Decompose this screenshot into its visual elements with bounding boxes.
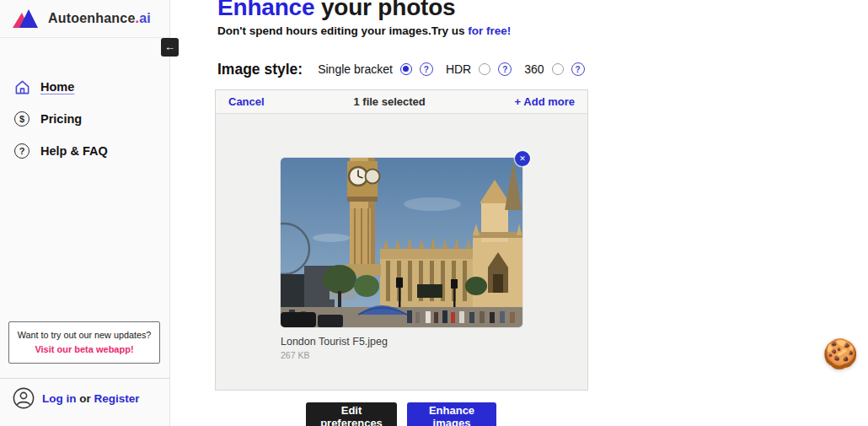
option-360: 360 ? (524, 62, 584, 76)
sidebar-item-label: Pricing (40, 112, 82, 126)
beta-notice-box: Want to try out our new updates? Visit o… (8, 321, 160, 364)
page-subtitle: Don't spend hours editing your images.Tr… (217, 24, 511, 37)
sidebar-item-label: Help & FAQ (40, 144, 108, 158)
add-more-button[interactable]: + Add more (515, 95, 575, 108)
photo-thumbnail-image (281, 158, 522, 327)
dollar-circle-icon: $ (13, 111, 30, 127)
notice-text: Want to try out our new updates? (16, 330, 153, 340)
360-radio[interactable] (552, 63, 564, 75)
photo-thumbnail: ✕ (281, 158, 522, 327)
file-panel-header: Cancel 1 file selected + Add more (216, 90, 587, 114)
file-name: London Tourist F5.jpeg (281, 336, 522, 348)
user-icon (13, 387, 35, 409)
logo-text: Autoenhance.ai (48, 11, 151, 26)
autoenhance-logo-icon (11, 8, 41, 30)
question-circle-icon: ? (13, 143, 30, 159)
left-arrow-icon: ← (164, 40, 175, 53)
home-icon (13, 78, 30, 95)
main-content: Enhance your photos Don't spend hours ed… (171, 0, 868, 426)
360-help-icon[interactable]: ? (571, 62, 585, 76)
image-style-label: Image style: (217, 61, 303, 78)
single-bracket-radio[interactable] (400, 63, 412, 75)
beta-webapp-link[interactable]: Visit our beta webapp! (16, 344, 153, 354)
sidebar-nav: Home $ Pricing ? Help & FAQ (0, 71, 169, 167)
sidebar-item-label: Home (40, 80, 74, 94)
sidebar-item-pricing[interactable]: $ Pricing (0, 103, 169, 135)
auth-links: Log in or Register (42, 392, 140, 405)
single-bracket-help-icon[interactable]: ? (420, 62, 433, 76)
register-link[interactable]: Register (94, 392, 140, 405)
enhance-images-button[interactable]: Enhance images (407, 402, 496, 426)
option-hdr: HDR ? (446, 62, 512, 76)
image-style-row: Image style: Single bracket ? HDR ? 360 … (217, 58, 585, 80)
file-panel-body: ✕ London Tourist F5.jpeg 267 KB (216, 114, 587, 391)
file-upload-panel: Cancel 1 file selected + Add more (215, 89, 588, 391)
sidebar-item-home[interactable]: Home (0, 71, 169, 103)
files-selected-status: 1 file selected (353, 95, 425, 108)
hdr-help-icon[interactable]: ? (498, 62, 512, 76)
remove-file-button[interactable]: ✕ (515, 151, 530, 166)
login-link[interactable]: Log in (42, 392, 77, 405)
hdr-radio[interactable] (479, 63, 490, 75)
logo[interactable]: Autoenhance.ai (0, 0, 169, 38)
edit-preferences-button[interactable]: Edit preferences (306, 402, 397, 426)
auth-row[interactable]: Log in or Register (13, 387, 140, 409)
page-title: Enhance your photos (217, 0, 455, 21)
file-item: ✕ London Tourist F5.jpeg 267 KB (281, 158, 522, 360)
collapse-sidebar-button[interactable]: ← (161, 38, 179, 57)
sidebar-divider (0, 378, 170, 379)
app-window: Autoenhance.ai ← Home $ Pricing (0, 0, 868, 426)
cookie-consent-icon[interactable]: 🍪 (822, 336, 858, 371)
close-icon: ✕ (519, 154, 526, 163)
file-size: 267 KB (281, 350, 522, 360)
sidebar: Autoenhance.ai ← Home $ Pricing (0, 0, 170, 426)
cancel-button[interactable]: Cancel (228, 95, 265, 108)
sidebar-item-help-faq[interactable]: ? Help & FAQ (0, 135, 169, 167)
option-single-bracket: Single bracket ? (318, 62, 433, 76)
for-free-link[interactable]: for free! (468, 24, 511, 37)
